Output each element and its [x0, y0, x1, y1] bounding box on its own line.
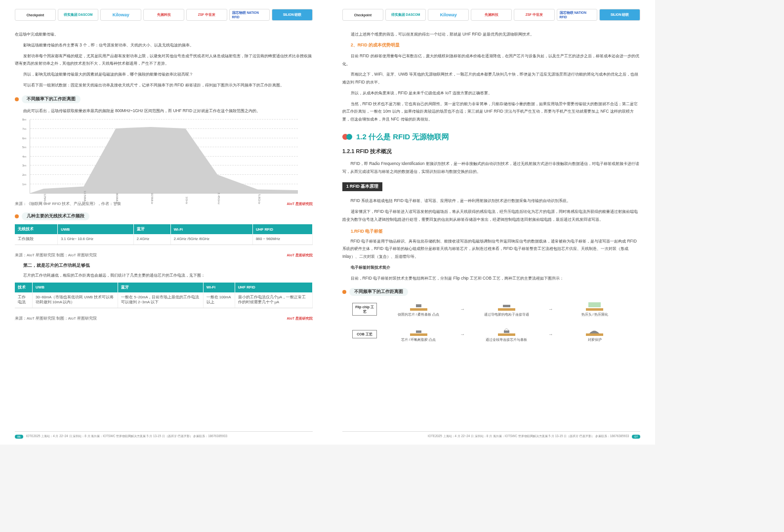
figure-heading: 不同频率下的工作距离图	[15, 95, 313, 103]
svg-rect-1	[416, 304, 421, 307]
process-diagram: Flip chip 工艺 倒置的芯片 / 柔性基板 凸点 → 通过导电胶的电粒子…	[352, 301, 630, 342]
svg-rect-3	[503, 305, 510, 307]
svg-rect-10	[586, 333, 603, 336]
para: 在远场中完成能量传输。	[15, 31, 313, 39]
para: 目前 RFID 的标签使用量每年已有数百亿，庞大的规模刺激标签的成本价格在逐渐降…	[342, 52, 640, 68]
figure-heading: 不同频率下的工作距离图	[342, 288, 640, 296]
bullet-icon	[15, 97, 19, 101]
svg-rect-7	[416, 330, 421, 333]
logo: 国芯物联 NATION RFID	[229, 9, 270, 21]
circle-icon	[346, 134, 352, 140]
para: 当然，RFID 技术也不是万能，它也有自己的局限性。第一是它的能力非常简单，只能…	[342, 100, 640, 123]
bullet-icon	[342, 290, 346, 294]
page-left: Checkpoint 得实集团 DASCOM Kiloway 先施科技 ZSF …	[0, 0, 328, 445]
arrow-icon: →	[460, 306, 465, 312]
logo: SILION 硅联	[599, 9, 640, 21]
logo: ZSF 中世发	[186, 9, 227, 21]
para: 影响远场能量传输的条件主要有 3 个，即：信号源发射功率、天线的大小、以及无线电…	[15, 41, 313, 49]
svg-rect-6	[410, 333, 427, 336]
logo: Kiloway	[100, 9, 141, 21]
source: 来源：AIoT 星图研究院 制图：AIoT 星图研究院AIoT 星图研究院	[15, 316, 313, 321]
freq-table: 无线技术UWB蓝牙Wi-FiUHF RFID 工作频段3.1 GHz~ 10.6…	[15, 224, 313, 245]
black-box-heading: 1 RFID 基本原理	[342, 182, 382, 191]
svg-rect-9	[504, 330, 509, 333]
para: 所以，影响无线电波能量传输最大的因素就是电磁波的频率，哪个频段的能量传输效率比较…	[15, 71, 313, 79]
section-title: 1.2 什么是 RFID 无源物联网	[342, 132, 640, 142]
para: RFID，即 Radio Frequency Identification 射频…	[342, 160, 640, 176]
arrow-icon: →	[460, 331, 465, 337]
para: RFID 电子标签是用于物品标识、具有信息存储机制、能接收读写器的电磁场调制信号…	[342, 238, 640, 261]
orange-sub: 1.RFID 电子标签	[342, 229, 640, 235]
logo: 得实集团 DASCOM	[385, 9, 426, 21]
distance-chart: 1m 2m 3m 4m 5m 6m 7m 8m 125KHz 13.56MHz …	[30, 120, 298, 194]
page-right: Checkpoint 得实集团 DASCOM Kiloway 先施科技 ZSF …	[328, 0, 655, 445]
sub-section: 1.2.1 RFID 技术概况	[342, 148, 640, 155]
current-table: 技术UWB蓝牙Wi-FiUHF RFID 工作电流30~60mA（市场也有低功耗…	[15, 283, 313, 308]
svg-rect-4	[586, 308, 603, 311]
para: 目前，RFID 电子标签封装技术主要包括两种工艺，分别是 Flip chip 工…	[342, 275, 640, 283]
sponsor-logos: Checkpoint 得实集团 DASCOM Kiloway 先施科技 ZSF …	[342, 9, 640, 21]
para: 通过上述两个维度的筛选，可以很直观的得出一个结论，那就是 UHF RFID 是最…	[342, 31, 640, 39]
para: 可以看下面一组测试数据：固定发射天线输出功率及接收天线尺寸，记录不同频率下的 R…	[15, 82, 313, 89]
bold-para: 电子标签封装技术简介	[342, 264, 640, 272]
para: 由此可以看出，远场传输获取能量效率最高的频段是 800MHz~1GHz 区间范围…	[15, 107, 313, 115]
svg-rect-5	[588, 302, 601, 307]
orange-heading: 2、RFID 的成本优势明显	[342, 42, 640, 48]
footer: 06 IOTE2025 上海站：4 月 22~24 日 深圳站：8 月 海外展：…	[15, 431, 313, 439]
svg-rect-0	[410, 308, 427, 311]
figure-heading: 几种主要的无线技术工作频段	[15, 212, 313, 220]
sub-heading: 第二，就是芯片的工作功耗足够低	[15, 263, 313, 269]
footer: IOTE2025 上海站：4 月 22~24 日 深圳站：8 月 海外展：IOT…	[342, 431, 640, 439]
source: 来源：AIoT 星图研究院 制图：AIoT 星图研究院AIoT 星图研究院	[15, 253, 313, 258]
svg-rect-8	[498, 333, 515, 336]
para: 芯片的工作功耗越低，相应的工作距离也会越远，我们统计了几类主要的通信芯片的工作电…	[15, 272, 313, 280]
logo: SILION 硅联	[272, 9, 313, 21]
sponsor-logos: Checkpoint 得实集团 DASCOM Kiloway 先施科技 ZSF …	[15, 9, 313, 21]
logo: ZSF 中世发	[514, 9, 555, 21]
arrow-icon: →	[548, 306, 553, 312]
logo: 国芯物联 NATION RFID	[557, 9, 598, 21]
para: 而相比之下，WiFi、蓝牙、UWB 等其他的无源物联网技术，一颗芯片的成本都要几…	[342, 71, 640, 86]
para: RFID 系统基本组成包括 RFID 电子标签、读写器、应用软件，是一种利用射频…	[342, 197, 640, 205]
logo: Kiloway	[428, 9, 469, 21]
arrow-icon: →	[548, 331, 553, 337]
bullet-icon	[15, 214, 19, 218]
logo: 先施科技	[143, 9, 184, 21]
para: 发射功率每个国家都有严格的规定，尤其是民用产品都有发射功率上限，以避免对其他信号…	[15, 52, 313, 68]
logo: 得实集团 DASCOM	[58, 9, 99, 21]
para: 所以，从成本的角度来说，RFID 是未来千亿级低成本 IoT 连接方案的正确答案…	[342, 89, 640, 97]
chart-area	[30, 120, 298, 193]
logo: 先施科技	[471, 9, 512, 21]
logo: Checkpoint	[342, 9, 383, 21]
svg-rect-2	[498, 308, 515, 311]
logo: Checkpoint	[15, 9, 56, 21]
source: 来源：《物联网 UHF RFID 技术、产品及应用》，作者：甘泉AIoT 星图研…	[15, 202, 313, 206]
para: 通常情况下，RFID 电子标签进入读写器发射的电磁场后，将从天线获得的感应电流，…	[342, 208, 640, 224]
